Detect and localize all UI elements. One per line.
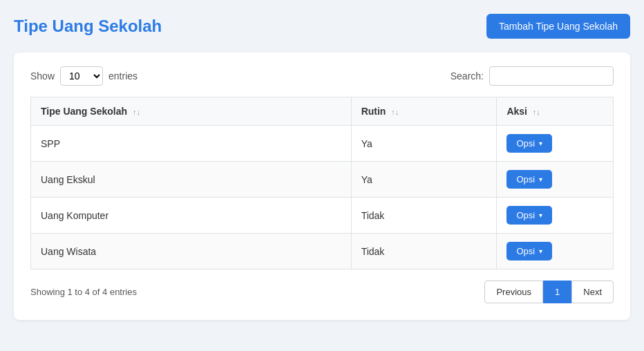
cell-rutin: Ya [351,162,497,198]
cell-rutin: Tidak [351,198,497,234]
sort-icon-rutin: ↑↓ [391,108,399,116]
cell-type: Uang Ekskul [31,162,352,198]
cell-aksi: Opsi ▾ [497,234,614,269]
page-header: Tipe Uang Sekolah Tambah Tipe Uang Sekol… [14,14,630,39]
table-row: Uang KomputerTidakOpsi ▾ [31,198,614,234]
search-block: Search: [451,66,614,86]
caret-icon: ▾ [539,140,542,147]
opsi-button[interactable]: Opsi ▾ [506,170,552,189]
opsi-button[interactable]: Opsi ▾ [506,134,552,153]
caret-icon: ▾ [539,176,542,183]
show-label: Show [30,70,55,82]
table-body: SPPYaOpsi ▾Uang EkskulYaOpsi ▾Uang Kompu… [31,126,614,269]
table-row: Uang WisataTidakOpsi ▾ [31,234,614,269]
data-table: Tipe Uang Sekolah ↑↓ Rutin ↑↓ Aksi ↑↓ SP… [30,97,614,269]
cell-aksi: Opsi ▾ [497,198,614,234]
cell-rutin: Ya [351,126,497,162]
table-row: Uang EkskulYaOpsi ▾ [31,162,614,198]
opsi-button[interactable]: Opsi ▾ [506,242,552,260]
main-card: Show 10 25 50 100 entries Search: Tipe U… [14,53,630,320]
cell-type: Uang Komputer [31,198,352,234]
cell-rutin: Tidak [351,234,497,269]
caret-icon: ▾ [539,211,542,219]
search-label: Search: [451,70,484,82]
table-footer: Showing 1 to 4 of 4 entries Previous 1 N… [30,281,614,303]
page-1-button[interactable]: 1 [543,281,571,303]
col-header-type[interactable]: Tipe Uang Sekolah ↑↓ [31,97,352,126]
next-button[interactable]: Next [571,281,614,303]
show-entries-control: Show 10 25 50 100 entries [30,66,138,86]
table-row: SPPYaOpsi ▾ [31,126,614,162]
opsi-button[interactable]: Opsi ▾ [506,206,552,225]
entries-select[interactable]: 10 25 50 100 [60,66,103,86]
table-header-row: Tipe Uang Sekolah ↑↓ Rutin ↑↓ Aksi ↑↓ [31,97,614,126]
cell-type: Uang Wisata [31,234,352,269]
col-header-rutin[interactable]: Rutin ↑↓ [351,97,497,126]
table-controls: Show 10 25 50 100 entries Search: [30,66,614,86]
sort-icon-type: ↑↓ [133,108,140,116]
previous-button[interactable]: Previous [484,281,543,303]
cell-type: SPP [31,126,352,162]
cell-aksi: Opsi ▾ [497,162,614,198]
sort-icon-aksi: ↑↓ [533,108,540,116]
entries-info: Showing 1 to 4 of 4 entries [30,287,137,297]
caret-icon: ▾ [539,247,542,255]
col-header-aksi[interactable]: Aksi ↑↓ [497,97,614,126]
add-button[interactable]: Tambah Tipe Uang Sekolah [486,14,630,39]
pagination: Previous 1 Next [484,281,614,303]
page-title: Tipe Uang Sekolah [14,17,162,36]
cell-aksi: Opsi ▾ [497,126,614,162]
entries-label: entries [108,70,138,82]
search-input[interactable] [489,66,614,86]
